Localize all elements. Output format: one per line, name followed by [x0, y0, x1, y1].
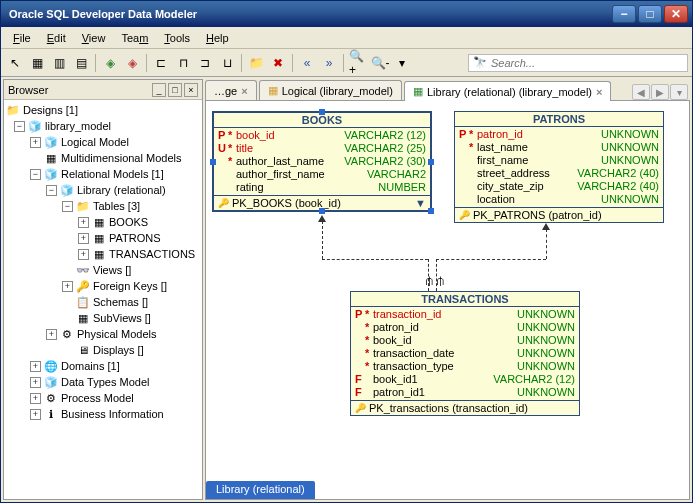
- maximize-panel-icon[interactable]: □: [168, 83, 182, 97]
- physical-icon: ⚙: [60, 328, 74, 341]
- menu-team[interactable]: Team: [115, 30, 154, 46]
- tree-model[interactable]: −🧊library_model: [6, 118, 200, 134]
- align-center-icon[interactable]: ⊓: [173, 53, 193, 73]
- tree-logical[interactable]: +🧊Logical Model: [6, 134, 200, 150]
- maximize-button[interactable]: □: [638, 5, 662, 23]
- entity-transactions[interactable]: TRANSACTIONS P*transaction_idUNKNOWN*pat…: [350, 291, 580, 416]
- menubar: File Edit View Team Tools Help: [1, 27, 692, 49]
- tree-tables[interactable]: −📁Tables [3]: [6, 198, 200, 214]
- entity-patrons[interactable]: PATRONS P*patron_idUNKNOWN*last_nameUNKN…: [454, 111, 664, 223]
- diagram-status-tab[interactable]: Library (relational): [206, 481, 315, 499]
- library-icon: 🧊: [60, 184, 74, 197]
- minimize-button[interactable]: −: [612, 5, 636, 23]
- zoom-in-icon[interactable]: 🔍+: [348, 53, 368, 73]
- tree-fks[interactable]: +🔑Foreign Keys []: [6, 278, 200, 294]
- col-name: street_address: [477, 167, 577, 180]
- tab-close-icon[interactable]: ×: [596, 86, 602, 98]
- col-required: *: [228, 142, 236, 155]
- tab-logical[interactable]: ▦Logical (library_model): [259, 80, 402, 100]
- col-required: [469, 180, 477, 193]
- cube-red-icon[interactable]: ◈: [122, 53, 142, 73]
- col-name: last_name: [477, 141, 601, 154]
- grid-icon[interactable]: ▦: [27, 53, 47, 73]
- align-bottom-icon[interactable]: ⊔: [217, 53, 237, 73]
- tab-startpage[interactable]: …ge×: [205, 80, 257, 100]
- diagram-canvas[interactable]: BOOKS P*book_idVARCHAR2 (12)U*titleVARCH…: [205, 101, 690, 500]
- align-left-icon[interactable]: ⊏: [151, 53, 171, 73]
- delete-icon[interactable]: ✖: [268, 53, 288, 73]
- tree-transact[interactable]: +▦TRANSACTIONS: [6, 246, 200, 262]
- entity-books[interactable]: BOOKS P*book_idVARCHAR2 (12)U*titleVARCH…: [212, 111, 432, 212]
- col-type: UNKNOWN: [601, 141, 659, 154]
- rewind-icon[interactable]: «: [297, 53, 317, 73]
- tree-multidim[interactable]: ▦Multidimensional Models: [6, 150, 200, 166]
- tree-library[interactable]: −🧊Library (relational): [6, 182, 200, 198]
- tree-schemas[interactable]: 📋Schemas []: [6, 294, 200, 310]
- col-type: NUMBER: [378, 181, 426, 194]
- grid2-icon[interactable]: ▥: [49, 53, 69, 73]
- resize-handle[interactable]: [428, 159, 434, 165]
- column-row: P*transaction_idUNKNOWN: [351, 308, 579, 321]
- logical-icon: 🧊: [44, 136, 58, 149]
- tab-prev-icon[interactable]: ◀: [632, 84, 650, 100]
- resize-handle[interactable]: [319, 208, 325, 214]
- menu-file[interactable]: File: [7, 30, 37, 46]
- tree-business[interactable]: +ℹBusiness Information: [6, 406, 200, 422]
- col-marker: [459, 154, 469, 167]
- key-icon: 🔑: [459, 210, 470, 220]
- dropdown-icon[interactable]: ▾: [392, 53, 412, 73]
- tree-patrons[interactable]: +▦PATRONS: [6, 230, 200, 246]
- menu-view[interactable]: View: [76, 30, 112, 46]
- minimize-panel-icon[interactable]: _: [152, 83, 166, 97]
- subview-icon: ▦: [76, 312, 90, 325]
- browser-tree[interactable]: 📁Designs [1] −🧊library_model +🧊Logical M…: [4, 100, 202, 499]
- tree-process[interactable]: +⚙Process Model: [6, 390, 200, 406]
- column-row: Fbook_id1VARCHAR2 (12): [351, 373, 579, 386]
- tree-physical[interactable]: +⚙Physical Models: [6, 326, 200, 342]
- tab-close-icon[interactable]: ×: [241, 85, 247, 97]
- relational-icon: 🧊: [44, 168, 58, 181]
- col-name: first_name: [477, 154, 601, 167]
- pointer-icon[interactable]: ↖: [5, 53, 25, 73]
- tree-domains[interactable]: +🌐Domains [1]: [6, 358, 200, 374]
- folder-icon[interactable]: 📁: [246, 53, 266, 73]
- entity-pk: 🔑PK_PATRONS (patron_id): [455, 207, 663, 222]
- zoom-out-icon[interactable]: 🔍-: [370, 53, 390, 73]
- menu-help[interactable]: Help: [200, 30, 235, 46]
- col-required: [469, 154, 477, 167]
- forward-icon[interactable]: »: [319, 53, 339, 73]
- expand-icon[interactable]: ▼: [415, 197, 426, 209]
- arrow-icon: [542, 223, 550, 230]
- views-icon: 👓: [76, 264, 90, 277]
- tab-list-icon[interactable]: ▾: [670, 84, 688, 100]
- menu-edit[interactable]: Edit: [41, 30, 72, 46]
- tab-next-icon[interactable]: ▶: [651, 84, 669, 100]
- tree-relational[interactable]: −🧊Relational Models [1]: [6, 166, 200, 182]
- close-button[interactable]: ✕: [664, 5, 688, 23]
- column-row: *transaction_typeUNKNOWN: [351, 360, 579, 373]
- close-panel-icon[interactable]: ×: [184, 83, 198, 97]
- tree-subviews[interactable]: ▦SubViews []: [6, 310, 200, 326]
- grid3-icon[interactable]: ▤: [71, 53, 91, 73]
- window-title: Oracle SQL Developer Data Modeler: [5, 8, 612, 20]
- search-input[interactable]: [491, 57, 683, 69]
- menu-tools[interactable]: Tools: [158, 30, 196, 46]
- search-box[interactable]: 🔭: [468, 54, 688, 72]
- col-name: city_state_zip: [477, 180, 577, 193]
- resize-handle[interactable]: [319, 109, 325, 115]
- col-required: [365, 373, 373, 386]
- tree-datatypes[interactable]: +🧊Data Types Model: [6, 374, 200, 390]
- cube-green-icon[interactable]: ◈: [100, 53, 120, 73]
- tab-library[interactable]: ▦Library (relational) (library_model)×: [404, 81, 612, 101]
- col-required: *: [469, 128, 477, 141]
- col-marker: P: [459, 128, 469, 141]
- resize-handle[interactable]: [428, 208, 434, 214]
- column-row: *transaction_dateUNKNOWN: [351, 347, 579, 360]
- tree-views[interactable]: 👓Views []: [6, 262, 200, 278]
- resize-handle[interactable]: [210, 159, 216, 165]
- tree-displays[interactable]: 🖥Displays []: [6, 342, 200, 358]
- tree-books[interactable]: +▦BOOKS: [6, 214, 200, 230]
- col-required: [228, 168, 236, 181]
- tree-root[interactable]: 📁Designs [1]: [6, 102, 200, 118]
- align-right-icon[interactable]: ⊐: [195, 53, 215, 73]
